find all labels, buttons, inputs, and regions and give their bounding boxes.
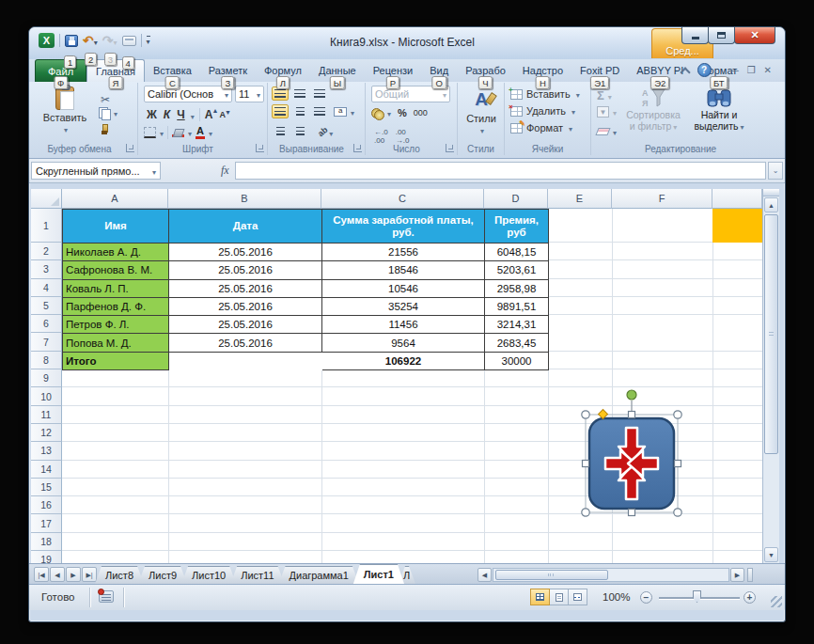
increase-indent-button[interactable] xyxy=(291,124,308,138)
select-all-corner[interactable] xyxy=(31,189,62,209)
delete-cells-button[interactable]: × Удалить xyxy=(510,105,575,117)
macro-record-icon[interactable] xyxy=(99,590,114,603)
accounting-format-button[interactable] xyxy=(371,107,391,118)
rotate-handle[interactable] xyxy=(627,390,636,400)
styles-button[interactable]: А Стили xyxy=(462,90,500,137)
vertical-split-handle[interactable] xyxy=(763,189,779,196)
row-header[interactable]: 5 xyxy=(31,297,62,315)
minimize-button[interactable] xyxy=(681,27,709,44)
column-header-A[interactable]: A xyxy=(62,189,168,209)
zoom-out-icon[interactable]: − xyxy=(640,591,652,604)
doc-restore-icon[interactable]: ❐ xyxy=(747,65,756,75)
font-name-combo[interactable]: Calibri (Основ xyxy=(144,86,232,102)
resize-handle-bottom[interactable] xyxy=(629,510,635,516)
row-header[interactable]: 11 xyxy=(31,406,62,424)
find-select-button[interactable]: Найти и выделить xyxy=(687,86,751,134)
cell-C2[interactable]: 21556 xyxy=(322,243,485,261)
sheet-tab[interactable]: Лист10 xyxy=(181,566,236,584)
cell-D6[interactable]: 3214,31 xyxy=(485,316,549,334)
resize-handle-top-left[interactable] xyxy=(582,411,589,418)
cell-B5[interactable]: 25.05.2016 xyxy=(169,298,322,316)
sheet-tab[interactable]: Лист8 xyxy=(95,566,144,584)
dialog-launcher-icon[interactable] xyxy=(126,144,134,152)
row-header[interactable]: 18 xyxy=(31,533,62,551)
row-header[interactable]: 8 xyxy=(31,352,62,369)
vertical-scroll-thumb[interactable] xyxy=(764,214,778,454)
increase-decimal-icon[interactable]: ←.0.00 xyxy=(373,127,389,146)
cell-B3[interactable]: 25.05.2016 xyxy=(169,261,322,279)
horizontal-scrollbar[interactable]: ◀ ▶ xyxy=(477,567,753,582)
column-header-C[interactable]: C xyxy=(321,189,484,209)
row-header[interactable]: 15 xyxy=(31,479,62,496)
undo-button[interactable]: ↶▾ 2 xyxy=(83,32,98,49)
formula-input[interactable] xyxy=(235,162,766,180)
tab-data[interactable]: Данные Ы xyxy=(310,59,365,82)
cell-D2[interactable]: 6048,15 xyxy=(485,243,549,261)
cell-A1[interactable]: Имя xyxy=(63,210,169,243)
comma-style-button[interactable]: 000 xyxy=(414,108,428,118)
row-header[interactable]: 3 xyxy=(31,260,62,278)
tab-insert[interactable]: Вставка С xyxy=(145,59,200,82)
cut-button[interactable]: ✂ xyxy=(101,90,110,107)
insert-function-icon[interactable]: fx xyxy=(221,164,229,178)
row-header[interactable]: 2 xyxy=(31,243,62,260)
cell-B4[interactable]: 25.05.2016 xyxy=(169,280,322,298)
shrink-font-button[interactable]: А▼ xyxy=(219,110,231,119)
name-box[interactable]: Скругленный прямо... xyxy=(31,162,161,180)
insert-cells-button[interactable]: + Вставить xyxy=(510,88,580,100)
tab-page-layout[interactable]: Разметк З xyxy=(200,59,256,82)
sheet-tab[interactable]: Лист11 xyxy=(230,566,284,584)
tab-foxit[interactable]: Foxit PD Э1 xyxy=(571,59,628,82)
cell-C6[interactable]: 11456 xyxy=(322,316,485,334)
cell-B2[interactable]: 25.05.2016 xyxy=(169,243,322,261)
column-header-E[interactable]: E xyxy=(548,189,612,209)
row-header[interactable]: 7 xyxy=(31,333,62,351)
resize-handle-top-right[interactable] xyxy=(674,411,681,418)
resize-handle-top[interactable] xyxy=(629,412,635,418)
row-header[interactable]: 14 xyxy=(31,461,62,479)
row-header[interactable]: 6 xyxy=(31,315,62,333)
row-header[interactable]: 9 xyxy=(31,369,62,387)
row-header[interactable]: 16 xyxy=(31,496,62,514)
row-header[interactable]: 10 xyxy=(31,387,62,405)
doc-close-icon[interactable]: ✕ xyxy=(764,65,772,75)
borders-button[interactable] xyxy=(144,127,164,138)
cell-D1[interactable]: Премия, руб xyxy=(485,210,549,243)
cell-D5[interactable]: 9891,51 xyxy=(485,298,549,316)
font-size-combo[interactable]: 11 xyxy=(235,86,264,102)
cell-B6[interactable]: 25.05.2016 xyxy=(169,316,322,334)
qat-extra-button[interactable]: 4 xyxy=(122,36,136,46)
row-header[interactable]: 4 xyxy=(31,279,62,297)
row-header[interactable]: 1 xyxy=(31,209,62,243)
qat-customize-icon[interactable]: ▾ xyxy=(147,36,150,46)
cell-D4[interactable]: 2958,98 xyxy=(485,280,549,298)
collapse-ribbon-icon[interactable] xyxy=(681,68,689,72)
tab-addins[interactable]: Надстро Н xyxy=(514,59,571,82)
tab-review[interactable]: Рецензи Р xyxy=(365,59,422,82)
row-header[interactable]: 19 xyxy=(31,551,62,563)
cell-C7[interactable]: 9564 xyxy=(322,334,485,352)
selected-shape[interactable] xyxy=(574,381,689,524)
excel-logo-icon[interactable]: X xyxy=(39,33,55,48)
cell-A6[interactable]: Петров Ф. Л. xyxy=(63,316,169,334)
dialog-launcher-icon[interactable] xyxy=(256,144,264,152)
horizontal-scroll-thumb[interactable] xyxy=(495,570,608,580)
cell-C8-total[interactable]: 106922 xyxy=(322,353,485,370)
resize-handle-bottom-right[interactable] xyxy=(674,509,681,516)
expand-formula-bar-icon[interactable] xyxy=(768,162,783,180)
zoom-level[interactable]: 100% xyxy=(603,591,630,603)
cell-B7[interactable]: 25.05.2016 xyxy=(169,334,322,352)
cell-B8[interactable] xyxy=(169,353,322,370)
resize-handle-left[interactable] xyxy=(583,461,589,467)
paste-button[interactable]: Вставить xyxy=(39,86,91,136)
merge-center-button[interactable] xyxy=(334,106,354,118)
zoom-in-icon[interactable]: + xyxy=(744,591,756,604)
grow-font-button[interactable]: А▲ xyxy=(205,108,219,121)
scroll-left-icon[interactable]: ◀ xyxy=(477,568,492,582)
dialog-launcher-icon[interactable] xyxy=(446,144,454,152)
column-header-F[interactable]: F xyxy=(612,189,712,209)
first-sheet-icon[interactable]: |◀ xyxy=(34,567,49,582)
decrease-decimal-icon[interactable]: .00→.0 xyxy=(395,127,411,146)
scroll-up-icon[interactable]: ▲ xyxy=(764,197,778,212)
bold-button[interactable]: Ж xyxy=(144,108,160,121)
